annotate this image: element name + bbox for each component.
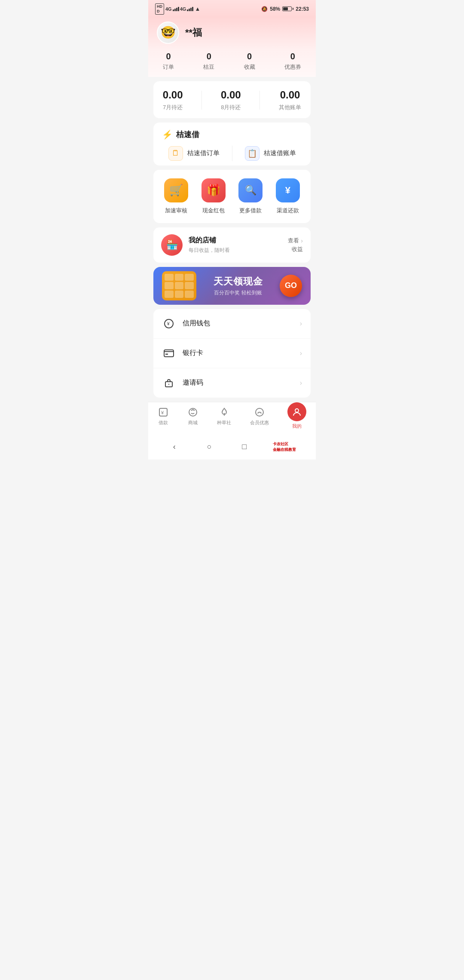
stats-row: 0 订单 0 桔豆 0 收藏 0 优惠券 [148,50,316,77]
shop-chevron-icon: › [301,237,303,244]
stat-coupons-label: 优惠券 [284,63,301,71]
shop-icon: 🏪 [161,234,183,256]
payment-other[interactable]: 0.00 其他账单 [279,89,301,111]
payment-august-label: 8月待还 [221,104,241,111]
nav-vip-icon [254,407,265,418]
jisu-title-text: 桔速借 [176,129,199,140]
jisu-bills-label: 桔速借账单 [264,149,296,157]
gift-grid [162,271,196,300]
credit-wallet-icon: ¥ [162,317,176,331]
action-accelerate[interactable]: 🛒 加速审核 [164,178,188,214]
payment-july[interactable]: 0.00 7月待还 [163,89,183,111]
shop-subtitle: 每日收益，随时看 [189,247,230,254]
clock: 22:53 [296,6,309,12]
nav-mine[interactable]: 我的 [287,407,306,429]
menu-bank-card-label: 银行卡 [183,349,293,358]
action-redpack-icon: 🎁 [201,178,226,202]
status-left: HDD 4G 4G ▲ [155,3,200,15]
payment-divider-1 [201,91,202,110]
watermark: 卡农社区金融在线教育 [273,441,296,453]
network-indicators: 4G 4G [165,6,193,12]
payment-divider-2 [259,91,260,110]
action-channel[interactable]: ¥ 渠道还款 [276,178,300,214]
stat-coupons-num: 0 [290,52,295,61]
svg-rect-2 [164,350,174,357]
menu-invite-code-label: 邀请码 [183,378,293,387]
mute-icon: 🔕 [261,6,268,12]
nav-loan-label: 借款 [159,420,168,426]
jisu-link-orders[interactable]: 🗒 桔速借订单 [168,146,220,161]
banner-go-button[interactable]: GO [280,275,302,297]
menu-invite-code-chevron: › [300,379,302,387]
menu-credit-wallet[interactable]: ¥ 信用钱包 › [153,309,311,339]
payment-july-amount: 0.00 [163,89,183,101]
banner-title: 天天领现金 [196,275,280,288]
stat-kudou-num: 0 [207,52,211,61]
header: 🤓 **福 [148,17,316,50]
jisu-orders-icon: 🗒 [168,146,183,161]
menu-invite-code[interactable]: 邀请码 › [153,368,311,398]
shop-title: 我的店铺 [189,236,230,245]
menu-bank-card-chevron: › [300,349,302,357]
action-accelerate-icon: 🛒 [164,178,188,202]
payment-august-amount: 0.00 [221,89,241,101]
action-channel-icon: ¥ [276,178,300,202]
username[interactable]: **福 [185,26,202,39]
status-right: 🔕 58% 22:53 [261,6,309,12]
jisu-link-bills[interactable]: 📋 桔速借账单 [245,146,296,161]
menu-section: ¥ 信用钱包 › 银行卡 › 邀请码 › [153,309,311,398]
shop-right: 查看 › 收益 [288,237,303,253]
status-bar: HDD 4G 4G ▲ 🔕 58% 22:53 [148,0,316,17]
sys-nav: ‹ ○ □ 卡农社区金融在线教育 [148,436,316,459]
stat-favorites-label: 收藏 [244,63,255,71]
banner[interactable]: 天天领现金 百分百中奖 轻松到账 GO [153,267,311,305]
signal-bars-2 [187,7,193,11]
banner-middle: 天天领现金 百分百中奖 轻松到账 [196,275,280,297]
nav-community-icon [219,407,230,418]
nav-loan[interactable]: ¥ 借款 [158,407,169,429]
svg-point-12 [295,409,299,412]
stat-favorites[interactable]: 0 收藏 [244,52,255,71]
nav-community-label: 种草社 [217,420,231,426]
payment-august[interactable]: 0.00 8月待还 [221,89,241,111]
stat-coupons[interactable]: 0 优惠券 [284,52,301,71]
payment-other-amount: 0.00 [280,89,300,101]
invite-code-icon [162,376,176,390]
action-moreloan[interactable]: 🔍 更多借款 [238,178,263,214]
nav-loan-icon: ¥ [158,407,169,418]
action-accelerate-label: 加速审核 [165,207,187,214]
jisu-title: ⚡ 桔速借 [162,129,302,140]
actions-row: 🛒 加速审核 🎁 现金红包 🔍 更多借款 ¥ 渠道还款 [158,178,306,214]
svg-text:¥: ¥ [167,322,170,326]
stat-orders[interactable]: 0 订单 [163,52,174,71]
payment-row: 0.00 7月待还 0.00 8月待还 0.00 其他账单 [153,89,311,111]
shop-card[interactable]: 🏪 我的店铺 每日收益，随时看 查看 › 收益 [153,227,311,263]
stat-kudou[interactable]: 0 桔豆 [203,52,214,71]
shop-info: 我的店铺 每日收益，随时看 [189,236,230,254]
avatar[interactable]: 🤓 [157,21,179,44]
action-channel-label: 渠道还款 [277,207,299,214]
home-button[interactable]: ○ [203,441,216,453]
banner-subtitle: 百分百中奖 轻松到账 [196,289,280,297]
nav-mine-label: 我的 [292,423,302,429]
bottom-nav: ¥ 借款 商城 种草社 会员优惠 [148,402,316,436]
back-button[interactable]: ‹ [168,441,181,453]
nav-vip[interactable]: 会员优惠 [250,407,269,429]
recents-button[interactable]: □ [238,441,251,453]
menu-bank-card[interactable]: 银行卡 › [153,339,311,368]
nav-community[interactable]: 种草社 [217,407,231,429]
payment-july-label: 7月待还 [163,104,183,111]
action-redpack-label: 现金红包 [202,207,225,214]
nav-mall-label: 商城 [188,420,198,426]
battery-icon [282,6,293,11]
jisu-bills-icon: 📋 [245,146,259,161]
action-moreloan-label: 更多借款 [239,207,262,214]
signal-bars-1 [173,7,179,11]
nav-mall[interactable]: 商城 [187,407,198,429]
wifi-icon: ▲ [195,6,200,12]
nav-vip-label: 会员优惠 [250,420,269,426]
nav-mine-icon [287,402,306,421]
action-redpack[interactable]: 🎁 现金红包 [201,178,226,214]
payment-other-label: 其他账单 [279,104,301,111]
jisu-orders-label: 桔速借订单 [187,149,220,157]
